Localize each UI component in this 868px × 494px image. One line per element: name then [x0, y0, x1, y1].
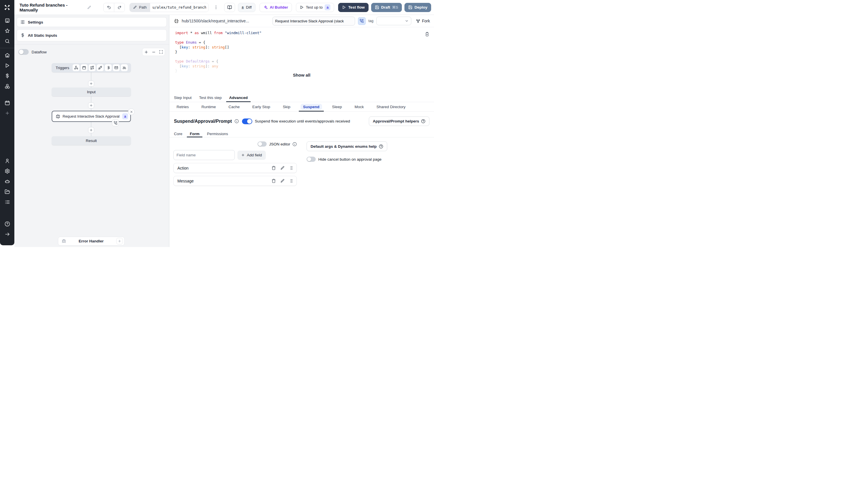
edit-title-icon[interactable] — [87, 5, 91, 10]
code-content: import * as wmill from "windmill-client"… — [175, 31, 428, 73]
suspend-indicator-phone-icon[interactable] — [358, 17, 366, 25]
subtab-shared-directory[interactable]: Shared Directory — [374, 102, 408, 111]
topbar: Tuto Refund branches - Manually Path ± D… — [14, 0, 434, 15]
copy-code-clipboard-icon[interactable] — [425, 32, 429, 36]
home-icon[interactable] — [0, 50, 14, 60]
subtab-early-stop[interactable]: Early Stop — [250, 102, 273, 111]
settings-gear-icon[interactable] — [0, 166, 14, 176]
runs-icon[interactable] — [0, 60, 14, 71]
favorites-star-icon[interactable] — [0, 25, 14, 36]
tab-step-input[interactable]: Step Input — [174, 93, 192, 102]
subtab-skip[interactable]: Skip — [280, 102, 293, 111]
git-fork-icon — [416, 19, 420, 23]
triggers-node[interactable]: Triggers — [52, 63, 131, 72]
form-field-row[interactable]: Action — [173, 163, 297, 173]
hide-cancel-row: Hide cancel button on approval page — [307, 157, 387, 162]
edit-field-pencil-icon[interactable] — [280, 179, 285, 183]
webhook-trigger-icon[interactable] — [73, 64, 79, 71]
subtab-sleep[interactable]: Sleep — [330, 102, 345, 111]
subtab-suspend[interactable]: Suspend — [300, 102, 322, 111]
user-icon[interactable] — [0, 155, 14, 166]
windmill-flow-editor: Tuto Refund branches - Manually Path ± D… — [0, 0, 434, 247]
suspend-inner-tabs: Core Form Permissions — [169, 129, 434, 137]
tab-advanced[interactable]: Advanced — [229, 93, 248, 102]
insert-step-button[interactable] — [88, 127, 94, 133]
audit-logs-icon[interactable] — [0, 197, 14, 207]
test-flow-label: Test flow — [348, 5, 365, 10]
json-editor-toggle[interactable] — [257, 141, 267, 147]
path-input[interactable] — [150, 3, 208, 12]
folders-icon[interactable] — [0, 187, 14, 197]
test-up-to-button[interactable]: Test up to a — [296, 3, 334, 12]
suspend-phone-incoming-icon[interactable] — [112, 119, 119, 126]
add-icon[interactable] — [0, 108, 14, 118]
default-args-help-label: Default args & Dynamic enums help — [311, 144, 376, 149]
deploy-button[interactable]: Deploy — [404, 3, 431, 12]
variables-icon[interactable] — [0, 71, 14, 81]
delete-field-trash-icon[interactable] — [272, 166, 276, 170]
schedules-icon[interactable] — [0, 97, 14, 108]
websocket-trigger-icon[interactable] — [97, 64, 104, 71]
drag-field-grip-icon[interactable] — [289, 179, 294, 183]
more-menu-icon[interactable] — [213, 3, 219, 12]
default-args-help-button[interactable]: Default args & Dynamic enums help — [307, 141, 387, 151]
docs-button[interactable] — [224, 3, 235, 12]
field-name-input[interactable] — [173, 150, 235, 160]
play-icon — [300, 5, 304, 10]
fork-button[interactable]: Fork — [416, 19, 430, 23]
hub-script-path[interactable]: hub/11500/slack/request_interactive... — [182, 19, 249, 23]
path-edit-button[interactable]: Path — [130, 3, 150, 12]
input-node[interactable]: Input — [52, 88, 131, 96]
result-node[interactable]: Result — [52, 136, 131, 145]
slack-approval-step-node[interactable]: Request Interactive Slack Approval (... … — [52, 111, 131, 122]
step-name-input[interactable] — [272, 17, 355, 25]
draft-button[interactable]: Draft ⌘S — [371, 3, 402, 12]
delete-field-trash-icon[interactable] — [272, 179, 276, 183]
drag-field-grip-icon[interactable] — [289, 166, 294, 170]
info-icon — [235, 119, 239, 124]
collapse-sidebar-icon[interactable] — [0, 229, 14, 239]
search-icon[interactable] — [0, 36, 14, 46]
tab-test-this-step[interactable]: Test this step — [199, 93, 222, 102]
help-icon[interactable] — [0, 218, 14, 229]
schedule-trigger-icon[interactable] — [81, 64, 88, 71]
tab-form[interactable]: Form — [190, 131, 200, 137]
ai-builder-button[interactable]: AI Builder — [259, 3, 292, 12]
resources-icon[interactable] — [0, 81, 14, 91]
redo-button[interactable] — [114, 3, 125, 12]
code-editor[interactable]: import * as wmill from "windmill-client"… — [169, 27, 434, 93]
kafka-trigger-icon[interactable] — [105, 64, 112, 71]
insert-step-button[interactable] — [88, 81, 94, 87]
add-field-button[interactable]: Add field — [237, 151, 266, 160]
test-flow-button[interactable]: Test flow — [338, 3, 369, 12]
workspace-icon[interactable] — [0, 15, 14, 25]
hide-cancel-toggle[interactable] — [307, 157, 316, 162]
insert-step-button[interactable] — [88, 102, 94, 109]
subtab-cache[interactable]: Cache — [226, 102, 242, 111]
windmill-logo — [3, 4, 11, 11]
http-route-trigger-icon[interactable] — [89, 64, 96, 71]
scheduled-poll-trigger-icon[interactable] — [121, 64, 128, 71]
tag-select[interactable] — [376, 17, 411, 25]
delete-step-icon[interactable] — [128, 109, 135, 115]
subtab-retries[interactable]: Retries — [174, 102, 191, 111]
tab-core[interactable]: Core — [174, 131, 182, 137]
error-handler-node[interactable]: Error Handler — [58, 237, 125, 246]
edit-field-pencil-icon[interactable] — [280, 166, 285, 170]
draft-label: Draft — [381, 5, 390, 10]
tag-label: tag — [369, 19, 373, 23]
subtab-mock[interactable]: Mock — [352, 102, 366, 111]
show-all-button[interactable]: Show all — [293, 73, 311, 77]
form-field-row[interactable]: Message — [173, 176, 297, 186]
email-trigger-icon[interactable] — [113, 64, 120, 71]
suspend-toggle[interactable] — [242, 118, 252, 124]
test-up-to-label: Test up to — [306, 5, 323, 10]
subtab-runtime[interactable]: Runtime — [199, 102, 218, 111]
approval-prompt-helpers-button[interactable]: Approval/Prompt helpers — [369, 116, 429, 126]
tab-permissions[interactable]: Permissions — [207, 131, 228, 137]
add-error-handler-button[interactable] — [116, 238, 123, 244]
workers-bot-icon[interactable] — [0, 176, 14, 187]
input-node-label: Input — [87, 90, 96, 94]
undo-button[interactable] — [104, 3, 114, 12]
diff-button[interactable]: ± Diff — [238, 3, 256, 12]
